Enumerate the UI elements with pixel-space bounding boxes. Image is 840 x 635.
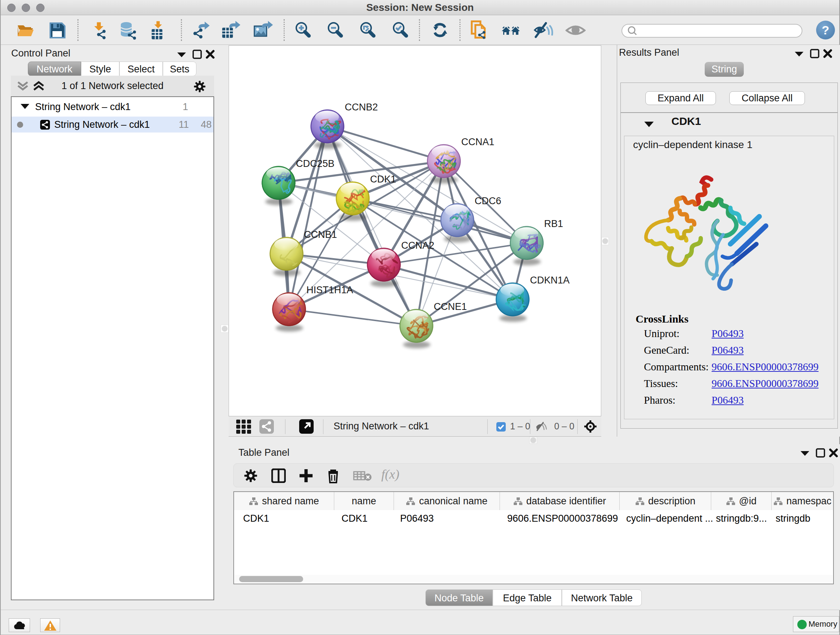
svg-text:CCNA1: CCNA1 xyxy=(461,136,494,147)
svg-text:CDC6: CDC6 xyxy=(475,195,501,206)
svg-text:CCNB2: CCNB2 xyxy=(345,102,378,112)
svg-text:CDC25B: CDC25B xyxy=(296,158,335,169)
svg-text:CCNA2: CCNA2 xyxy=(401,240,434,251)
svg-text:CCNE1: CCNE1 xyxy=(434,301,467,312)
svg-text:HIST1H1A: HIST1H1A xyxy=(306,285,353,295)
svg-text:CCNB1: CCNB1 xyxy=(304,229,337,240)
svg-text:RB1: RB1 xyxy=(544,218,563,229)
svg-text:CDK1: CDK1 xyxy=(370,174,396,185)
svg-text:CDKN1A: CDKN1A xyxy=(530,275,570,286)
